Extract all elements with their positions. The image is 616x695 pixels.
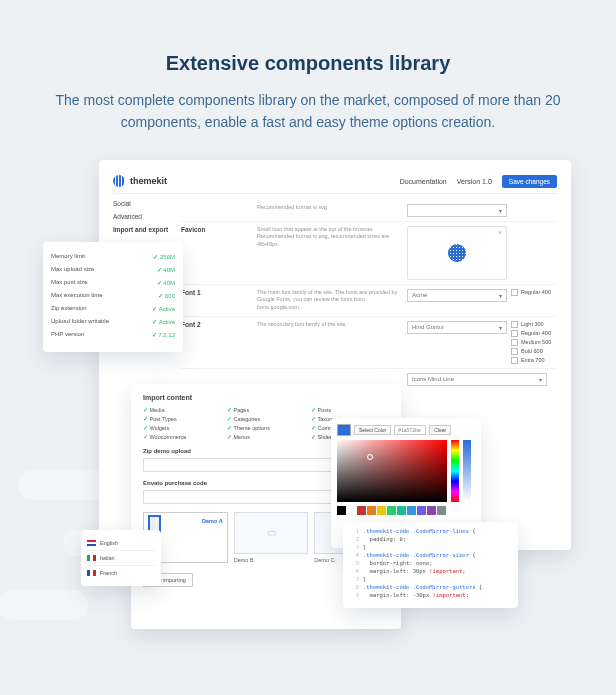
system-row: Max post size40M [51,276,175,289]
close-icon[interactable]: × [498,229,502,236]
preset-swatch[interactable] [347,506,356,515]
version-label: Version 1.0 [457,178,492,185]
flag-icon [87,540,96,546]
select-color-button[interactable]: Select Color [354,425,391,435]
font2-desc: The secondary font family of the site. [257,321,401,364]
documentation-link[interactable]: Documentation [400,178,447,185]
preset-swatch[interactable] [397,506,406,515]
system-row: Memory limit256M [51,250,175,263]
preset-swatch[interactable] [387,506,396,515]
alpha-slider[interactable] [463,440,471,502]
import-checkbox[interactable]: Pages [227,407,305,413]
mockup-canvas: themekit Documentation Version 1.0 Save … [43,160,573,670]
flag-icon [87,555,96,561]
import-checkbox[interactable]: Theme options [227,425,305,431]
iconset-select[interactable]: Icons Mind Line▾ [407,373,547,386]
system-row: PHP version7.2.12 [51,328,175,341]
color-swatch[interactable] [337,424,351,436]
weight-checkbox[interactable]: Regular 400 [511,289,551,296]
font1-desc: The main font family of the site. The fo… [257,289,401,312]
preset-swatch[interactable] [407,506,416,515]
language-row[interactable]: Italian [87,551,155,566]
font2-select[interactable]: Hind Guntur▾ [407,321,507,334]
preset-swatch[interactable] [367,506,376,515]
weight-checkbox[interactable]: Extra 700 [511,357,551,364]
weight-checkbox[interactable]: Medium 500 [511,339,551,346]
flag-icon [87,570,96,576]
system-row: Zip extensionActive [51,302,175,315]
hue-slider[interactable] [451,440,459,502]
sv-picker[interactable] [337,440,447,502]
sidebar-item-import[interactable]: Import and export [113,226,173,233]
weight-checkbox[interactable]: Bold 600 [511,348,551,355]
preset-swatch[interactable] [377,506,386,515]
preset-swatch[interactable] [357,506,366,515]
placeholder-bubble [0,590,88,620]
page-title: Extensive components library [0,0,616,75]
language-row[interactable]: French [87,566,155,580]
sidebar-item-advanced[interactable]: Advanced [113,213,173,220]
brand-logo: themekit [113,175,167,187]
hex-input[interactable]: #1a572be [394,425,426,435]
favicon-preview[interactable]: × [407,226,507,280]
system-row: Upload folder writableActive [51,315,175,328]
format-select[interactable]: ▾ [407,204,507,217]
purchase-code-label: Envato purchase code [143,480,207,486]
system-row: Max upload size40M [51,263,175,276]
import-checkbox[interactable]: Menus [227,434,305,440]
code-editor-panel[interactable]: 1.themekit-code .CodeMirror-lines {2 pad… [343,522,518,608]
import-checkbox[interactable]: Media [143,407,221,413]
import-checkbox[interactable]: Posts [311,407,389,413]
clear-color-button[interactable]: Clear [429,425,451,435]
save-button[interactable]: Save changes [502,175,557,188]
preset-swatch[interactable] [337,506,346,515]
preset-swatch[interactable] [437,506,446,515]
weight-checkbox[interactable]: Light 300 [511,321,551,328]
language-row[interactable]: English [87,536,155,551]
import-checkbox[interactable]: Post Types [143,416,221,422]
favicon-label: Favicon [181,226,251,280]
format-hint: Recommended format is svg [257,204,401,217]
import-checkbox[interactable]: Widgets [143,425,221,431]
language-panel: EnglishItalianFrench [81,530,161,586]
themekit-icon [113,175,125,187]
font1-select[interactable]: Acme▾ [407,289,507,302]
favicon-icon [448,244,466,262]
import-title: Import content [143,394,389,401]
weight-checkbox[interactable]: Regular 400 [511,330,551,337]
preset-swatch[interactable] [427,506,436,515]
sidebar-item-social[interactable]: Social [113,200,173,207]
favicon-desc: Small icon that appear at the top of the… [257,226,401,280]
import-checkbox[interactable]: Woocommerce [143,434,221,440]
system-row: Max execution time600 [51,289,175,302]
brand-label: themekit [130,176,167,186]
preset-swatch[interactable] [417,506,426,515]
system-info-panel: Memory limit256MMax upload size40MMax po… [43,242,183,352]
import-checkbox[interactable]: Categories [227,416,305,422]
page-subtitle: The most complete components library on … [0,75,616,134]
demo-card[interactable]: ▭Demo B [234,512,309,563]
